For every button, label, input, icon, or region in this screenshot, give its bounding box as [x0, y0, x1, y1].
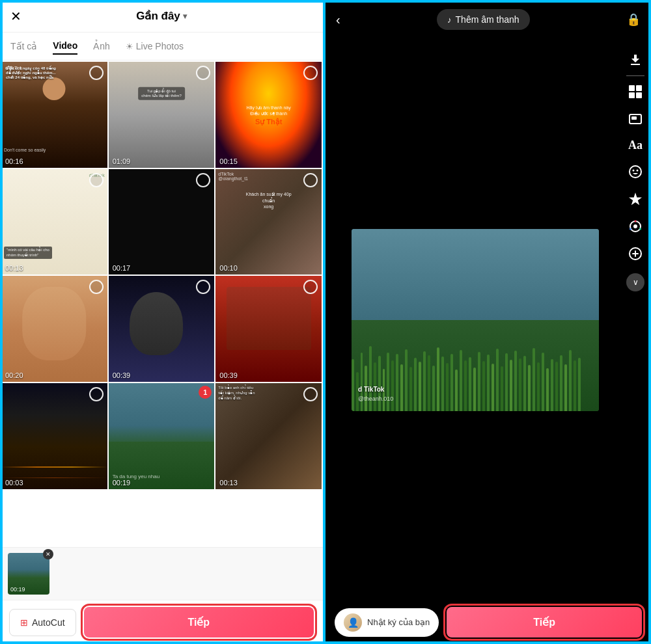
tiktok-badge-6: dTikTok@oiangthot_t1: [218, 172, 248, 181]
grid-item-6[interactable]: dTikTok@oiangthot_t1 Khách ăn suất my 40…: [215, 169, 322, 275]
right-panel: ‹ ♪ Thêm âm thanh 🔒 Aa ∨: [326, 0, 651, 644]
selected-thumb-duration: 00:19: [10, 586, 25, 593]
tabs-bar: Tất cả Video Ảnh ☀ Live Photos: [0, 33, 323, 60]
add-sound-label: Thêm âm thanh: [456, 14, 519, 25]
music-icon: ♪: [447, 15, 452, 25]
grid-item-10[interactable]: 00:03: [1, 383, 107, 489]
duration-11: 00:19: [113, 479, 131, 487]
diary-label: Nhật ký của bạn: [367, 617, 430, 627]
thumb-text-4: "mình có vài câu hỏi chonhóm thuyết trìn…: [4, 247, 52, 260]
select-circle-6[interactable]: [303, 173, 318, 187]
outer-border-right: [648, 0, 651, 644]
grid-item-11[interactable]: Ta da tung yeu nhau 1 00:19: [109, 383, 215, 489]
more-tools-button[interactable]: ∨: [626, 273, 644, 291]
blade: [574, 360, 576, 411]
username-watermark: @theanh.010: [358, 396, 393, 402]
select-circle-3[interactable]: [303, 66, 318, 80]
diary-avatar: 👤: [344, 613, 362, 632]
text-icon-btn[interactable]: Aa: [628, 139, 643, 152]
remove-selected-thumb-button[interactable]: ✕: [43, 549, 53, 559]
duration-5: 00:17: [113, 264, 131, 272]
select-circle-5[interactable]: [196, 173, 210, 187]
blade: [446, 363, 449, 411]
lock-icon[interactable]: 🔒: [626, 12, 641, 27]
close-button[interactable]: ✕: [10, 8, 21, 24]
svg-rect-0: [629, 85, 635, 91]
thumb-text-3b: Sự Thật: [255, 118, 283, 126]
add-plus-icon-btn[interactable]: [628, 246, 643, 262]
autocut-icon: ⊞: [20, 617, 28, 628]
selected-thumb: 00:19: [8, 553, 49, 595]
sticker-icon-btn[interactable]: [628, 164, 643, 180]
color-icon-btn[interactable]: [628, 219, 643, 234]
svg-point-7: [633, 170, 635, 172]
blade: [514, 351, 517, 411]
cards-icon-btn[interactable]: [628, 111, 643, 127]
autocut-button[interactable]: ⊞ AutoCut: [9, 609, 76, 636]
tab-photo[interactable]: Ảnh: [93, 38, 110, 54]
thumb-caption-1: Don't come so easily: [4, 148, 46, 152]
split-icon-btn[interactable]: [628, 84, 643, 100]
blade: [537, 362, 540, 411]
blade: [423, 351, 426, 411]
duration-10: 00:03: [5, 479, 23, 487]
grid-item-5[interactable]: 00:17: [109, 169, 215, 275]
blade: [496, 349, 499, 411]
right-toolbar: Aa ∨: [626, 52, 644, 291]
svg-point-8: [637, 170, 639, 172]
select-circle-7[interactable]: [89, 280, 104, 294]
blade: [409, 367, 412, 411]
left-header: ✕ Gần đây ▾: [0, 0, 323, 33]
svg-point-13: [630, 228, 631, 230]
duration-2: 01:09: [113, 157, 131, 165]
tiktok-watermark: d TikTok: [358, 386, 384, 393]
grid-item-8[interactable]: 00:39: [109, 276, 215, 382]
blade: [428, 355, 430, 411]
sun-icon: ☀: [126, 42, 133, 51]
album-title: Gần đây: [136, 9, 180, 23]
thumb-text-3a: Hãy lưu âm thanh nàyĐiều ước sẽ thành: [244, 103, 294, 118]
select-circle-4[interactable]: [89, 173, 104, 187]
tab-all[interactable]: Tất cả: [10, 38, 37, 54]
select-circle-10[interactable]: [89, 387, 104, 401]
grid-item-3[interactable]: Hãy lưu âm thanh nàyĐiều ước sẽ thành Sự…: [215, 62, 322, 168]
tiktok-d-logo: d: [358, 386, 362, 393]
blade: [528, 365, 531, 411]
toolbar-divider: [626, 75, 644, 76]
grid-item-1[interactable]: Ước ci 1 ngày còn 48 tiếngđể được nghỉ n…: [1, 62, 107, 168]
blade: [405, 349, 408, 411]
download-icon-btn[interactable]: [628, 52, 643, 68]
add-sound-button[interactable]: ♪ Thêm âm thanh: [437, 9, 530, 30]
select-circle-12[interactable]: [303, 387, 318, 401]
blade: [464, 360, 467, 411]
blade: [546, 368, 549, 411]
blade: [400, 364, 403, 411]
chevron-down-icon[interactable]: ▾: [183, 12, 187, 21]
blade: [492, 364, 494, 411]
blade: [564, 364, 567, 411]
select-circle-1[interactable]: [89, 66, 104, 80]
video-grid: Ước ci 1 ngày còn 48 tiếngđể được nghỉ n…: [1, 62, 322, 489]
grid-item-9[interactable]: 00:39: [215, 276, 322, 382]
sparkle-icon-btn[interactable]: [628, 191, 643, 207]
blade: [419, 362, 421, 411]
grid-item-2[interactable]: Tui gặp ổi đó tuichém lừa lăp tổi thêm? …: [109, 62, 215, 168]
back-button[interactable]: ‹: [336, 12, 340, 27]
header-title: Gần đây ▾: [136, 9, 187, 23]
tiktok-badge-1: dTikTok: [5, 66, 22, 70]
grid-item-12[interactable]: Tôi bảo anh chỉ tiêutiết kiệm, nhưng vẫn…: [215, 383, 322, 489]
left-panel: ✕ Gần đây ▾ Tất cả Video Ảnh ☀ Live Phot…: [0, 0, 326, 644]
video-preview: d TikTok @theanh.010: [352, 229, 599, 411]
tab-video[interactable]: Video: [53, 38, 77, 55]
next-button-right[interactable]: Tiếp: [447, 607, 642, 637]
video-preview-area: d TikTok @theanh.010: [332, 39, 618, 600]
blade: [352, 359, 354, 411]
grid-item-7[interactable]: 00:20: [1, 276, 107, 382]
grid-item-4[interactable]: "mình có vài câu hỏi chonhóm thuyết trìn…: [1, 169, 107, 275]
diary-button[interactable]: 👤 Nhật ký của bạn: [335, 608, 439, 637]
blade: [469, 357, 471, 411]
duration-9: 00:39: [219, 371, 238, 379]
tab-live-photos[interactable]: ☀ Live Photos: [126, 38, 184, 54]
blade: [441, 356, 444, 411]
next-button-left[interactable]: Tiếp: [84, 607, 314, 637]
